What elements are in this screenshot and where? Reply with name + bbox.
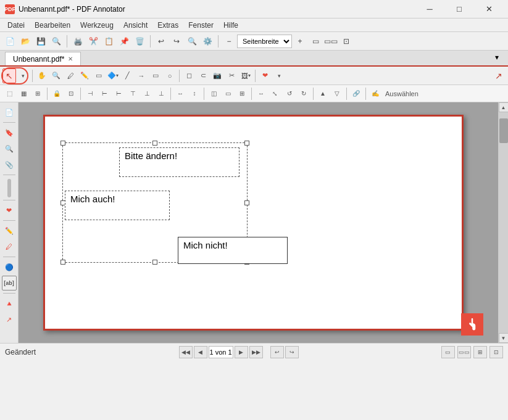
menu-extras[interactable]: Extras bbox=[152, 19, 183, 31]
left-panel-heart-btn[interactable]: ❤ bbox=[2, 203, 17, 218]
resize-both-btn[interactable]: ⊞ bbox=[235, 87, 249, 101]
nav-next-button[interactable]: ▶ bbox=[235, 346, 248, 358]
view-full-button[interactable]: ⊡ bbox=[489, 346, 503, 358]
menu-bearbeiten[interactable]: Bearbeiten bbox=[30, 19, 75, 31]
align-left-btn[interactable]: ⊣ bbox=[83, 87, 97, 101]
left-panel-stamp-btn[interactable]: 🔵 bbox=[2, 260, 17, 274]
view-single-button[interactable]: ▭ bbox=[441, 346, 455, 358]
copy-button[interactable]: 📋 bbox=[101, 34, 116, 49]
handle-tr[interactable] bbox=[244, 141, 249, 146]
nav-back-button[interactable]: ↩ bbox=[270, 346, 284, 358]
handle-bl[interactable] bbox=[60, 260, 65, 265]
paste-button[interactable]: 📌 bbox=[117, 34, 131, 49]
align-right-btn[interactable]: ⊢ bbox=[112, 87, 125, 101]
textbox-tool-button[interactable]: ▭ bbox=[92, 68, 106, 83]
maximize-button[interactable]: □ bbox=[445, 0, 473, 19]
lasso-tool-button[interactable]: ⊂ bbox=[196, 68, 210, 83]
canvas-area[interactable]: Bitte ändern! Mich auch! Mich nicht! bbox=[19, 102, 498, 343]
menu-datei[interactable]: Datei bbox=[2, 19, 30, 31]
hand-tool-button[interactable]: ✋ bbox=[35, 68, 49, 83]
eraser-tool-button[interactable]: ◻ bbox=[182, 68, 196, 83]
shape-tool-button[interactable]: 🔷▾ bbox=[106, 68, 120, 83]
handle-mr[interactable] bbox=[244, 200, 249, 205]
menu-ansicht[interactable]: Ansicht bbox=[119, 19, 152, 31]
highlight-tool-button[interactable]: 🖊 bbox=[64, 68, 77, 83]
align-middle-btn[interactable]: ⊥ bbox=[140, 87, 154, 101]
select-tool-button[interactable]: ↖ bbox=[2, 68, 16, 83]
move-back-btn[interactable]: ▽ bbox=[330, 87, 344, 101]
distribute-h-btn[interactable]: ↔ bbox=[173, 87, 187, 101]
print-preview-button[interactable]: 🔍 bbox=[49, 34, 64, 49]
options-button[interactable]: ⚙️ bbox=[200, 34, 215, 49]
scroll-down-button[interactable]: ▼ bbox=[499, 333, 509, 343]
left-panel-btn-attach[interactable]: 📎 bbox=[2, 157, 17, 172]
menu-fenster[interactable]: Fenster bbox=[183, 19, 219, 31]
align-center-btn[interactable]: ⊢ bbox=[98, 87, 111, 101]
left-panel-pen-btn[interactable]: ✏️ bbox=[2, 223, 17, 238]
nav-forward-button[interactable]: ↪ bbox=[285, 346, 299, 358]
pen-tool-button[interactable]: ✏️ bbox=[78, 68, 91, 83]
line-tool-button[interactable]: ╱ bbox=[120, 68, 134, 83]
arrow-tool-button[interactable]: → bbox=[135, 68, 148, 83]
align-bottom-btn[interactable]: ⊥ bbox=[154, 87, 168, 101]
handle-tm[interactable] bbox=[152, 141, 157, 146]
redo-button[interactable]: ↪ bbox=[169, 34, 184, 49]
lock-btn[interactable]: 🔒 bbox=[50, 87, 64, 101]
rotate-left-btn[interactable]: ↺ bbox=[283, 87, 296, 101]
save-button[interactable]: 💾 bbox=[33, 34, 48, 49]
undo-button[interactable]: ↩ bbox=[154, 34, 169, 49]
zoom-tool-button[interactable]: 🔍 bbox=[49, 68, 63, 83]
ink-btn[interactable]: ✍ bbox=[369, 87, 382, 101]
ellipse-tool-button[interactable]: ○ bbox=[163, 68, 177, 83]
distribute-v-btn[interactable]: ↕ bbox=[188, 87, 201, 101]
nav-last-button[interactable]: ▶▶ bbox=[249, 346, 263, 358]
rotate-right-btn[interactable]: ↻ bbox=[297, 87, 310, 101]
zoom-in-button[interactable]: + bbox=[293, 34, 307, 49]
crop-tool-button[interactable]: ✂ bbox=[225, 68, 238, 83]
left-panel-highlight-btn[interactable]: 🖊 bbox=[2, 239, 17, 254]
scroll-track[interactable] bbox=[499, 112, 509, 333]
tab-close-button[interactable]: ✕ bbox=[68, 56, 73, 62]
snapshot-tool-button[interactable]: 📷 bbox=[210, 68, 224, 83]
left-panel-btn-search[interactable]: 🔍 bbox=[2, 141, 17, 156]
annotation-3[interactable]: Mich nicht! bbox=[178, 237, 288, 264]
format-btn-3[interactable]: ⊞ bbox=[31, 87, 44, 101]
link-btn[interactable]: 🔗 bbox=[349, 87, 363, 101]
open-button[interactable]: 📂 bbox=[18, 34, 33, 49]
view-double-button[interactable]: ▭▭ bbox=[457, 346, 471, 358]
page-view-button[interactable]: ▭ bbox=[308, 34, 323, 49]
select-type-button[interactable]: ▾ bbox=[16, 68, 30, 83]
annotation-1[interactable]: Bitte ändern! bbox=[119, 147, 239, 177]
menu-werkzeug[interactable]: Werkzeug bbox=[75, 19, 119, 31]
fullscreen-button[interactable]: ⊡ bbox=[339, 34, 354, 49]
left-panel-shape-btn[interactable]: 🔺 bbox=[2, 296, 17, 311]
cursor-button[interactable]: ↗ bbox=[492, 68, 506, 83]
find-button[interactable]: 🔍 bbox=[185, 34, 199, 49]
left-panel-btn-page[interactable]: 📄 bbox=[2, 105, 17, 120]
annotation-2[interactable]: Mich auch! bbox=[65, 191, 170, 220]
flip-v-btn[interactable]: ⤢ bbox=[269, 87, 282, 101]
scroll-up-button[interactable]: ▲ bbox=[499, 102, 509, 112]
tab-dropdown-button[interactable]: ▾ bbox=[491, 49, 503, 65]
align-top-btn[interactable]: ⊤ bbox=[126, 87, 139, 101]
menu-hilfe[interactable]: Hilfe bbox=[219, 19, 243, 31]
zoom-select[interactable]: Seitenbreite 50% 75% 100% 125% 150% bbox=[237, 35, 292, 48]
flip-h-btn[interactable]: ↔ bbox=[254, 87, 268, 101]
left-panel-arrow-btn[interactable]: ↗ bbox=[2, 312, 17, 327]
handle-bm[interactable] bbox=[152, 260, 157, 265]
minimize-button[interactable]: ─ bbox=[415, 0, 444, 19]
sticker-tool-dropdown[interactable]: ▾ bbox=[272, 68, 286, 83]
rect-tool-button[interactable]: ▭ bbox=[149, 68, 162, 83]
close-button[interactable]: ✕ bbox=[475, 0, 503, 19]
image-tool-button[interactable]: 🖼▾ bbox=[239, 68, 252, 83]
format-btn-2[interactable]: ▦ bbox=[17, 87, 30, 101]
nav-first-button[interactable]: ◀◀ bbox=[179, 346, 193, 358]
scroll-thumb[interactable] bbox=[499, 118, 508, 143]
move-front-btn[interactable]: ▲ bbox=[316, 87, 330, 101]
view-grid-button[interactable]: ⊞ bbox=[473, 346, 487, 358]
left-panel-btn-bookmark[interactable]: 🔖 bbox=[2, 125, 17, 140]
resize-h-btn[interactable]: ◫ bbox=[207, 87, 220, 101]
page-input[interactable] bbox=[209, 346, 233, 358]
new-button[interactable]: 📄 bbox=[2, 34, 17, 49]
format-btn-1[interactable]: ⬚ bbox=[2, 87, 16, 101]
